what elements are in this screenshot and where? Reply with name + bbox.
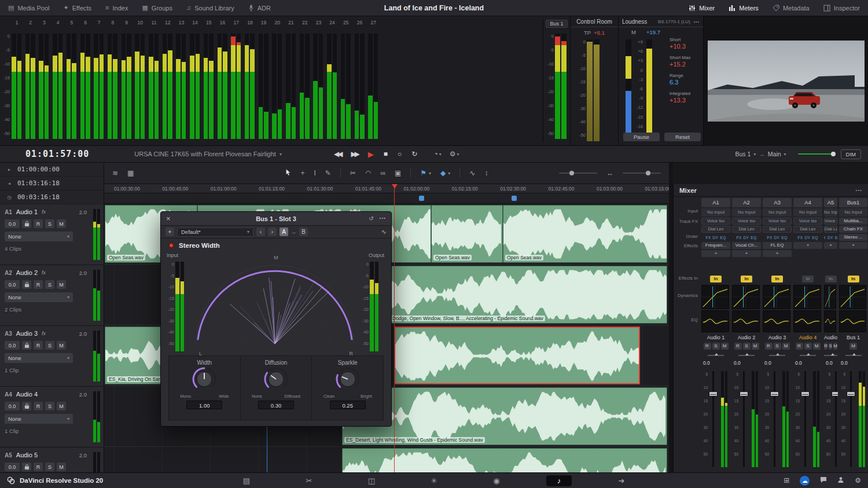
add-effect-button[interactable]: + [763, 250, 792, 257]
trim-tool-icon[interactable]: + [300, 169, 304, 177]
marker-lane[interactable] [104, 193, 669, 204]
record-arm-button[interactable]: R [34, 402, 43, 410]
processing-order[interactable]: FXDYEQ [824, 234, 837, 241]
ab-compare-b-button[interactable]: B [299, 228, 308, 236]
solo-button[interactable]: S [45, 280, 54, 289]
diffusion-knob[interactable] [263, 366, 289, 395]
track-header-A5[interactable]: A5Audio 52.00.0RSMNone▾ [0, 447, 104, 472]
vertical-zoom-icon[interactable]: ↕ [484, 169, 488, 177]
record-arm-button[interactable]: R [824, 343, 827, 350]
fade-tool-icon[interactable]: ◠ [365, 169, 371, 177]
fader-track[interactable] [712, 371, 714, 467]
pan-control[interactable] [763, 352, 792, 359]
pan-control[interactable] [793, 352, 822, 359]
eq-graph[interactable] [701, 310, 730, 335]
fairlight-page-icon[interactable]: ♪ [546, 475, 572, 486]
lock-button[interactable] [22, 402, 31, 410]
track-fx-chip[interactable]: Voice Iso [763, 218, 792, 225]
gain-field[interactable]: 0.0 [5, 402, 20, 410]
track-fx-chip[interactable]: Voice Iso [824, 218, 837, 225]
pan-control[interactable] [824, 352, 837, 359]
fader-track[interactable] [774, 371, 775, 467]
audio-clip[interactable]: Open Seas.wav [431, 205, 503, 263]
cut-page-icon[interactable]: ✂ [296, 476, 322, 485]
dynamics-graph[interactable] [763, 285, 792, 311]
pan-control[interactable] [701, 352, 730, 359]
eq-graph[interactable] [839, 310, 867, 335]
transport-settings-icon[interactable]: ⚙▾ [450, 151, 459, 157]
bus-assign-dropdown[interactable]: None▾ [5, 292, 73, 302]
fader-handle[interactable] [740, 391, 748, 397]
input-selector[interactable]: No Input [824, 208, 837, 217]
toolbar-item-meters[interactable]: Meters [729, 5, 759, 12]
fader-track[interactable] [804, 371, 806, 467]
toolbar-item-effects[interactable]: ✦Effects [63, 5, 91, 12]
timeline-ruler[interactable]: 01:00:30:0001:00:45:0001:01:00:0001:01:1… [104, 184, 669, 193]
timeline-options-icon[interactable]: ≋ [112, 169, 118, 177]
mute-button[interactable]: M [782, 343, 790, 350]
zoom-slider-handle[interactable] [569, 171, 574, 175]
dynamics-graph[interactable] [701, 285, 730, 311]
solo-button[interactable]: S [743, 343, 751, 350]
solo-button[interactable]: S [45, 463, 54, 471]
link-icon[interactable]: ∞ [380, 169, 385, 177]
track-header-A3[interactable]: A3Audio 3fx2.00.0RSMNone▾1 Clip [0, 326, 104, 387]
eq-graph[interactable] [824, 310, 837, 335]
solo-button[interactable]: S [45, 341, 54, 350]
timeline-marker[interactable] [512, 196, 517, 201]
effects-in-toggle[interactable]: In [710, 276, 722, 282]
out-point-field[interactable]: ◂01:03:16:18 [0, 177, 104, 190]
track-fx-chip[interactable]: Voice Iso [732, 218, 761, 225]
mixer-menu-icon[interactable]: ••• [856, 188, 862, 193]
automation-icon[interactable]: ◔▾ [433, 151, 441, 157]
solo-button[interactable]: S [45, 219, 54, 228]
knob-value-field[interactable]: 1.00 [186, 401, 222, 409]
gain-field[interactable]: 0.0 [5, 341, 20, 350]
range-select-icon[interactable]: I [314, 169, 315, 177]
processing-order[interactable]: FXDYEQ [732, 234, 761, 241]
mute-button[interactable]: M [849, 343, 857, 350]
fader-track[interactable] [743, 371, 745, 467]
record-arm-button[interactable]: R [704, 343, 711, 350]
strip-select-A2[interactable]: A2 [732, 198, 761, 207]
playhead-handle[interactable] [392, 184, 398, 189]
processing-order[interactable]: FXDYEQ [793, 234, 822, 241]
lock-button[interactable] [22, 219, 31, 228]
toolbar-item-index[interactable]: ≡Index [105, 5, 128, 12]
plugin-power-toggle[interactable] [168, 243, 174, 248]
effects-in-toggle[interactable]: In [771, 276, 783, 282]
toolbar-item-inspector[interactable]: Inspector [823, 5, 860, 12]
media-page-icon[interactable]: ▤ [234, 476, 259, 485]
reset-button[interactable]: Reset [664, 133, 701, 141]
eq-graph[interactable] [763, 310, 792, 335]
audio-clip[interactable]: Dodge, Open Window, Slow, B..., Accelera… [388, 266, 667, 324]
processing-order[interactable]: FXDYEQ [763, 234, 792, 241]
in-point-field[interactable]: ▸01:00:00:00 [0, 163, 104, 177]
monitor-path-selector[interactable]: Bus 1▾ → Main▾ [735, 151, 786, 157]
effect-slot[interactable]: Stereo ... [839, 234, 867, 241]
eq-graph[interactable] [793, 310, 822, 335]
toolbar-item-sound-library[interactable]: ♫Sound Library [186, 5, 234, 12]
mute-button[interactable]: M [721, 343, 729, 350]
dim-button[interactable]: DIM [841, 149, 861, 159]
track-header-A1[interactable]: A1Audio 1fx2.00.0RSMNone▾4 Clips [0, 204, 104, 265]
edit-page-icon[interactable]: ◫ [359, 476, 384, 485]
dynamics-graph[interactable] [732, 285, 761, 311]
dynamics-graph[interactable] [839, 285, 867, 311]
fast-forward-icon[interactable]: ▶▶ [351, 150, 358, 158]
deliver-page-icon[interactable]: ➔ [609, 476, 634, 485]
preset-dropdown[interactable]: Default*▾ [177, 228, 253, 237]
mute-button[interactable]: M [57, 463, 66, 471]
menu-dots-icon[interactable]: ••• [380, 215, 386, 222]
next-preset-button[interactable]: › [268, 228, 277, 236]
project-manager-icon[interactable]: ⊞ [784, 476, 789, 485]
input-selector[interactable]: No Input [763, 208, 792, 217]
knob-value-field[interactable]: 0.30 [258, 401, 294, 409]
lock-button[interactable] [22, 341, 31, 350]
record-arm-button[interactable]: R [34, 219, 43, 228]
solo-button[interactable]: S [774, 343, 781, 350]
input-selector[interactable]: No Input [793, 208, 822, 217]
settings-icon[interactable]: ⚙ [855, 476, 861, 485]
audio-clip[interactable] [394, 326, 640, 384]
track-fx-chip[interactable]: Dial Lev [732, 226, 761, 233]
